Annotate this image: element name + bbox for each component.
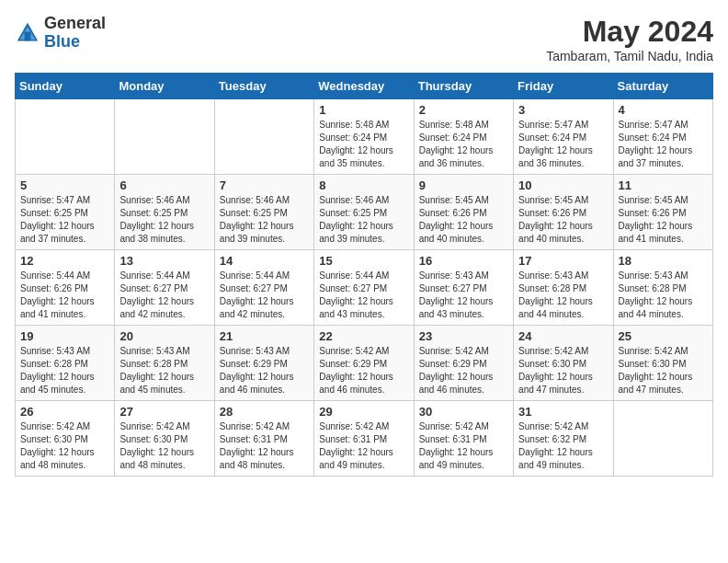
table-row: 25Sunrise: 5:42 AM Sunset: 6:30 PM Dayli… [613,326,712,401]
day-info: Sunrise: 5:43 AM Sunset: 6:28 PM Dayligh… [619,270,708,321]
day-info: Sunrise: 5:43 AM Sunset: 6:28 PM Dayligh… [20,345,109,396]
day-number: 30 [419,405,508,419]
table-row: 3Sunrise: 5:47 AM Sunset: 6:24 PM Daylig… [514,99,613,175]
day-number: 27 [119,405,209,419]
day-info: Sunrise: 5:43 AM Sunset: 6:29 PM Dayligh… [220,345,309,396]
table-row: 24Sunrise: 5:42 AM Sunset: 6:30 PM Dayli… [514,326,613,401]
day-number: 5 [20,178,109,192]
table-row [16,99,115,175]
day-number: 6 [119,178,209,192]
title-block: May 2024 Tambaram, Tamil Nadu, India [546,15,713,63]
day-number: 26 [20,405,109,419]
table-row: 5Sunrise: 5:47 AM Sunset: 6:25 PM Daylig… [16,175,115,250]
table-row: 26Sunrise: 5:42 AM Sunset: 6:30 PM Dayli… [16,401,115,477]
day-info: Sunrise: 5:42 AM Sunset: 6:30 PM Dayligh… [119,420,209,472]
day-info: Sunrise: 5:42 AM Sunset: 6:29 PM Dayligh… [419,345,508,396]
day-info: Sunrise: 5:45 AM Sunset: 6:26 PM Dayligh… [518,194,608,246]
table-row: 2Sunrise: 5:48 AM Sunset: 6:24 PM Daylig… [414,99,513,175]
logo-text: General Blue [44,15,106,52]
day-number: 24 [518,329,608,343]
table-row: 14Sunrise: 5:44 AM Sunset: 6:27 PM Dayli… [214,250,313,326]
day-info: Sunrise: 5:44 AM Sunset: 6:27 PM Dayligh… [220,270,309,321]
table-row: 23Sunrise: 5:42 AM Sunset: 6:29 PM Dayli… [414,326,513,401]
logo-icon [15,20,40,46]
day-info: Sunrise: 5:42 AM Sunset: 6:30 PM Dayligh… [20,420,109,472]
day-info: Sunrise: 5:45 AM Sunset: 6:26 PM Dayligh… [619,194,708,246]
col-wednesday: Wednesday [314,74,414,99]
day-info: Sunrise: 5:44 AM Sunset: 6:26 PM Dayligh… [20,270,109,321]
table-row [115,99,214,175]
day-number: 3 [518,103,608,117]
day-number: 9 [419,178,508,192]
day-info: Sunrise: 5:48 AM Sunset: 6:24 PM Dayligh… [319,119,408,170]
day-info: Sunrise: 5:44 AM Sunset: 6:27 PM Dayligh… [319,270,408,321]
day-info: Sunrise: 5:42 AM Sunset: 6:29 PM Dayligh… [319,345,408,396]
calendar-table: Sunday Monday Tuesday Wednesday Thursday… [15,73,713,477]
table-row: 11Sunrise: 5:45 AM Sunset: 6:26 PM Dayli… [613,175,712,250]
table-row: 1Sunrise: 5:48 AM Sunset: 6:24 PM Daylig… [314,99,414,175]
table-row: 16Sunrise: 5:43 AM Sunset: 6:27 PM Dayli… [414,250,513,326]
location: Tambaram, Tamil Nadu, India [546,49,713,63]
day-number: 28 [220,405,309,419]
table-row: 9Sunrise: 5:45 AM Sunset: 6:26 PM Daylig… [414,175,513,250]
table-row: 6Sunrise: 5:46 AM Sunset: 6:25 PM Daylig… [115,175,214,250]
col-friday: Friday [514,74,613,99]
table-row: 22Sunrise: 5:42 AM Sunset: 6:29 PM Dayli… [314,326,414,401]
day-info: Sunrise: 5:47 AM Sunset: 6:24 PM Dayligh… [518,119,608,170]
table-row: 30Sunrise: 5:42 AM Sunset: 6:31 PM Dayli… [414,401,513,477]
table-row: 20Sunrise: 5:43 AM Sunset: 6:28 PM Dayli… [115,326,214,401]
day-info: Sunrise: 5:43 AM Sunset: 6:28 PM Dayligh… [119,345,209,396]
day-info: Sunrise: 5:47 AM Sunset: 6:25 PM Dayligh… [20,194,109,246]
table-row: 18Sunrise: 5:43 AM Sunset: 6:28 PM Dayli… [613,250,712,326]
table-row: 27Sunrise: 5:42 AM Sunset: 6:30 PM Dayli… [115,401,214,477]
calendar-week-5: 26Sunrise: 5:42 AM Sunset: 6:30 PM Dayli… [16,401,713,477]
month-title: May 2024 [546,15,713,49]
calendar-week-4: 19Sunrise: 5:43 AM Sunset: 6:28 PM Dayli… [16,326,713,401]
table-row: 21Sunrise: 5:43 AM Sunset: 6:29 PM Dayli… [214,326,313,401]
table-row: 19Sunrise: 5:43 AM Sunset: 6:28 PM Dayli… [16,326,115,401]
day-info: Sunrise: 5:46 AM Sunset: 6:25 PM Dayligh… [220,194,309,246]
day-info: Sunrise: 5:42 AM Sunset: 6:32 PM Dayligh… [518,420,608,472]
day-number: 15 [319,254,408,268]
day-number: 13 [119,254,209,268]
table-row: 13Sunrise: 5:44 AM Sunset: 6:27 PM Dayli… [115,250,214,326]
table-row: 7Sunrise: 5:46 AM Sunset: 6:25 PM Daylig… [214,175,313,250]
day-number: 25 [619,329,708,343]
day-info: Sunrise: 5:44 AM Sunset: 6:27 PM Dayligh… [119,270,209,321]
page-header: General Blue May 2024 Tambaram, Tamil Na… [15,15,713,63]
day-info: Sunrise: 5:43 AM Sunset: 6:27 PM Dayligh… [419,270,508,321]
day-number: 2 [419,103,508,117]
day-number: 8 [319,178,408,192]
day-number: 23 [419,329,508,343]
day-info: Sunrise: 5:42 AM Sunset: 6:31 PM Dayligh… [220,420,309,472]
day-info: Sunrise: 5:46 AM Sunset: 6:25 PM Dayligh… [119,194,209,246]
col-saturday: Saturday [613,74,712,99]
table-row: 12Sunrise: 5:44 AM Sunset: 6:26 PM Dayli… [16,250,115,326]
table-row: 29Sunrise: 5:42 AM Sunset: 6:31 PM Dayli… [314,401,414,477]
day-number: 12 [20,254,109,268]
table-row: 4Sunrise: 5:47 AM Sunset: 6:24 PM Daylig… [613,99,712,175]
table-row [214,99,313,175]
day-number: 18 [619,254,708,268]
day-number: 4 [619,103,708,117]
day-info: Sunrise: 5:45 AM Sunset: 6:26 PM Dayligh… [419,194,508,246]
day-info: Sunrise: 5:47 AM Sunset: 6:24 PM Dayligh… [619,119,708,170]
calendar-week-3: 12Sunrise: 5:44 AM Sunset: 6:26 PM Dayli… [16,250,713,326]
calendar-header-row: Sunday Monday Tuesday Wednesday Thursday… [16,74,713,99]
day-number: 20 [119,329,209,343]
table-row: 8Sunrise: 5:46 AM Sunset: 6:25 PM Daylig… [314,175,414,250]
day-info: Sunrise: 5:42 AM Sunset: 6:31 PM Dayligh… [419,420,508,472]
table-row: 17Sunrise: 5:43 AM Sunset: 6:28 PM Dayli… [514,250,613,326]
day-info: Sunrise: 5:42 AM Sunset: 6:30 PM Dayligh… [619,345,708,396]
table-row: 10Sunrise: 5:45 AM Sunset: 6:26 PM Dayli… [514,175,613,250]
day-number: 17 [518,254,608,268]
day-number: 1 [319,103,408,117]
day-info: Sunrise: 5:43 AM Sunset: 6:28 PM Dayligh… [518,270,608,321]
day-number: 7 [220,178,309,192]
table-row: 28Sunrise: 5:42 AM Sunset: 6:31 PM Dayli… [214,401,313,477]
col-thursday: Thursday [414,74,513,99]
day-info: Sunrise: 5:42 AM Sunset: 6:30 PM Dayligh… [518,345,608,396]
day-number: 16 [419,254,508,268]
day-number: 19 [20,329,109,343]
calendar-week-1: 1Sunrise: 5:48 AM Sunset: 6:24 PM Daylig… [16,99,713,175]
